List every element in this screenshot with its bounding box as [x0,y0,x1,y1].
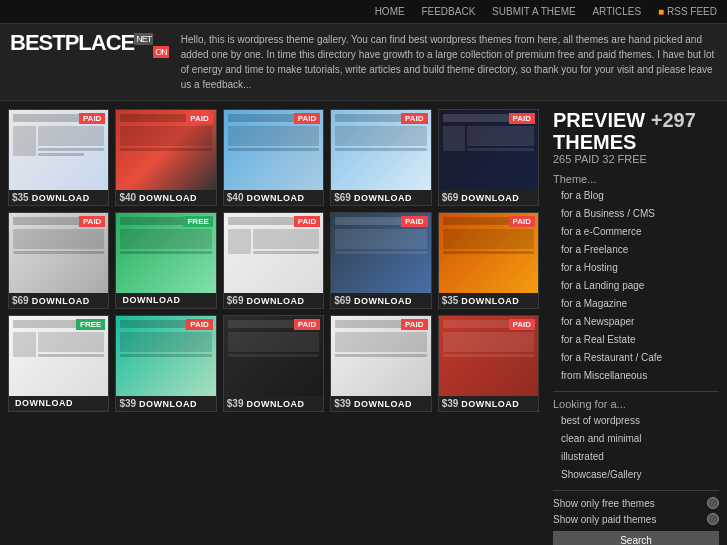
filter-paid-row: Show only paid themes [553,513,719,525]
theme-item[interactable]: PAID $69 DOWNLOAD [330,109,431,206]
theme-badge: PAID [294,319,321,330]
theme-price: $39 [227,398,244,409]
theme-price: $69 [442,192,459,203]
theme-item[interactable]: PAID $69 DOWNLOAD [8,212,109,309]
download-button[interactable]: DOWNLOAD [32,296,90,306]
sidebar-link-blog[interactable]: for a Blog [553,187,719,205]
logo-net: NET [134,33,153,45]
header-description: Hello, this is wordpress theme gallery. … [181,32,717,92]
theme-item[interactable]: PAID $39 DOWNLOAD [223,315,324,412]
theme-item[interactable]: FREE DOWNLOAD [8,315,109,412]
theme-item[interactable]: PAID $39 DOWNLOAD [438,315,539,412]
sidebar: PREVIEW +297 THEMES 265 PAID 32 FREE The… [549,109,719,545]
sidebar-link-showcase[interactable]: Showcase/Gallery [553,466,719,484]
theme-item[interactable]: FREE DOWNLOAD [115,212,216,309]
theme-thumbnail: PAID [116,316,215,396]
theme-badge: PAID [79,216,106,227]
sidebar-link-restaurant[interactable]: for a Restaurant / Cafe [553,349,719,367]
download-button[interactable]: DOWNLOAD [461,193,519,203]
sidebar-divider [553,391,719,392]
theme-thumbnail: PAID [439,110,538,190]
download-button[interactable]: DOWNLOAD [354,193,412,203]
theme-badge: PAID [294,113,321,124]
filter-free-radio[interactable] [707,497,719,509]
nav-articles[interactable]: ARTICLES [592,6,641,17]
sidebar-link-ecommerce[interactable]: for a e-Commerce [553,223,719,241]
sidebar-looking-section: Looking for a... [553,398,719,410]
theme-price: $39 [442,398,459,409]
theme-item[interactable]: PAID $40 DOWNLOAD [223,109,324,206]
theme-grid: PAID $35 DOWNLOAD PAID $40 DOWNLOAD PAID… [8,109,539,545]
theme-price: $39 [334,398,351,409]
sidebar-theme-section: Theme... [553,173,719,185]
theme-badge: PAID [509,113,536,124]
site-logo[interactable]: BESTPLACENETON [10,32,169,57]
theme-item[interactable]: PAID $35 DOWNLOAD [8,109,109,206]
nav-feedback[interactable]: FEEDBACK [421,6,475,17]
download-button[interactable]: DOWNLOAD [247,399,305,409]
nav-home[interactable]: HOME [375,6,405,17]
theme-thumbnail: PAID [331,213,430,293]
logo-on: ON [153,46,169,58]
sidebar-preview-title: PREVIEW +297 THEMES [553,109,719,153]
theme-item[interactable]: PAID $69 DOWNLOAD [330,212,431,309]
download-button[interactable]: DOWNLOAD [461,296,519,306]
theme-row-2: PAID $69 DOWNLOAD FREE DOWNLOAD PAID $69… [8,212,539,309]
download-button[interactable]: DOWNLOAD [461,399,519,409]
filter-free-row: Show only free themes [553,497,719,509]
search-button[interactable]: Search [553,531,719,545]
download-button[interactable]: DOWNLOAD [354,399,412,409]
sidebar-link-newspaper[interactable]: for a Newspaper [553,313,719,331]
main-content: PAID $35 DOWNLOAD PAID $40 DOWNLOAD PAID… [0,101,727,545]
theme-thumbnail: PAID [116,110,215,190]
download-button[interactable]: DOWNLOAD [122,295,180,305]
theme-badge: PAID [401,216,428,227]
theme-item[interactable]: PAID $39 DOWNLOAD [330,315,431,412]
nav-submit-theme[interactable]: SUBMIT A THEME [492,6,576,17]
sidebar-link-misc[interactable]: from Miscellaneous [553,367,719,385]
theme-item[interactable]: PAID $69 DOWNLOAD [223,212,324,309]
theme-price: $69 [227,295,244,306]
theme-item[interactable]: PAID $69 DOWNLOAD [438,109,539,206]
theme-badge: PAID [186,319,213,330]
theme-badge: PAID [79,113,106,124]
sidebar-link-freelance[interactable]: for a Freelance [553,241,719,259]
download-button[interactable]: DOWNLOAD [139,399,197,409]
filter-paid-label: Show only paid themes [553,514,656,525]
sidebar-link-hosting[interactable]: for a Hosting [553,259,719,277]
download-button[interactable]: DOWNLOAD [247,193,305,203]
theme-item[interactable]: PAID $35 DOWNLOAD [438,212,539,309]
download-button[interactable]: DOWNLOAD [354,296,412,306]
theme-thumbnail: PAID [331,316,430,396]
theme-price: $69 [12,295,29,306]
theme-item[interactable]: PAID $39 DOWNLOAD [115,315,216,412]
theme-badge: PAID [186,113,213,124]
download-button[interactable]: DOWNLOAD [139,193,197,203]
theme-thumbnail: PAID [224,110,323,190]
sidebar-link-realestate[interactable]: for a Real Estate [553,331,719,349]
theme-price: $39 [119,398,136,409]
sidebar-link-landing[interactable]: for a Landing page [553,277,719,295]
theme-price: $69 [334,295,351,306]
sidebar-link-best[interactable]: best of wordpress [553,412,719,430]
theme-row-1: PAID $35 DOWNLOAD PAID $40 DOWNLOAD PAID… [8,109,539,206]
sidebar-link-magazine[interactable]: for a Magazine [553,295,719,313]
sidebar-link-clean[interactable]: clean and minimal [553,430,719,448]
nav-rss-feed[interactable]: ■ RSS FEED [658,6,717,17]
theme-row-3: FREE DOWNLOAD PAID $39 DOWNLOAD PAID $39… [8,315,539,412]
site-header: BESTPLACENETON Hello, this is wordpress … [0,24,727,101]
theme-item[interactable]: PAID $40 DOWNLOAD [115,109,216,206]
sidebar-divider-2 [553,490,719,491]
theme-price: $35 [12,192,29,203]
theme-badge: FREE [76,319,105,330]
sidebar-link-business[interactable]: for a Business / CMS [553,205,719,223]
theme-thumbnail: PAID [439,316,538,396]
filter-paid-radio[interactable] [707,513,719,525]
download-button[interactable]: DOWNLOAD [247,296,305,306]
rss-icon: ■ [658,6,664,17]
theme-badge: PAID [509,319,536,330]
sidebar-link-illustrated[interactable]: illustrated [553,448,719,466]
download-button[interactable]: DOWNLOAD [32,193,90,203]
download-button[interactable]: DOWNLOAD [15,398,73,408]
theme-thumbnail: PAID [224,213,323,293]
